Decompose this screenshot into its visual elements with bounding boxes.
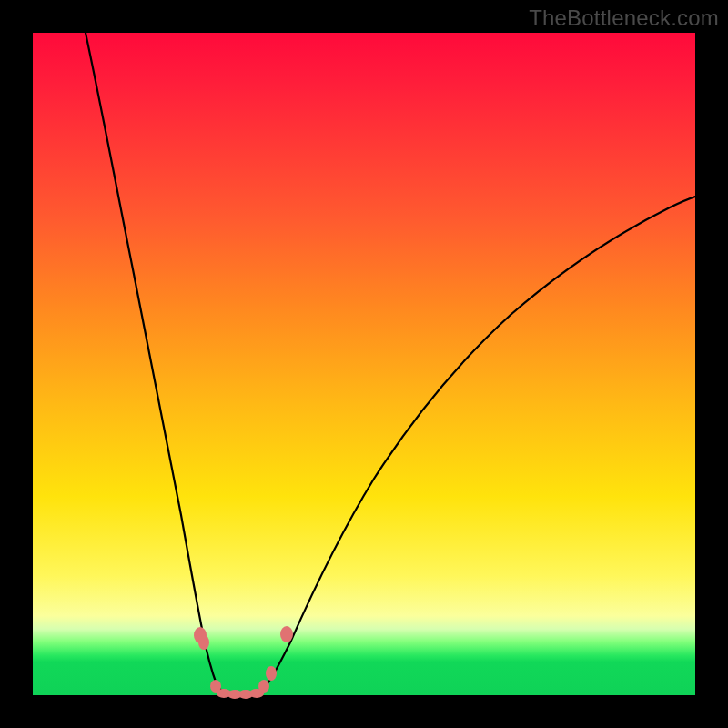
curve-right-branch [258,197,695,694]
marker-dot [280,626,293,642]
plot-area [33,33,695,695]
marker-dot [258,680,269,693]
curve-layer [33,33,695,695]
chart-frame: TheBottleneck.com [0,0,728,728]
curve-left-branch [86,33,231,694]
watermark-text: TheBottleneck.com [529,5,719,31]
marker-dot [266,666,277,681]
marker-dot [198,635,209,650]
